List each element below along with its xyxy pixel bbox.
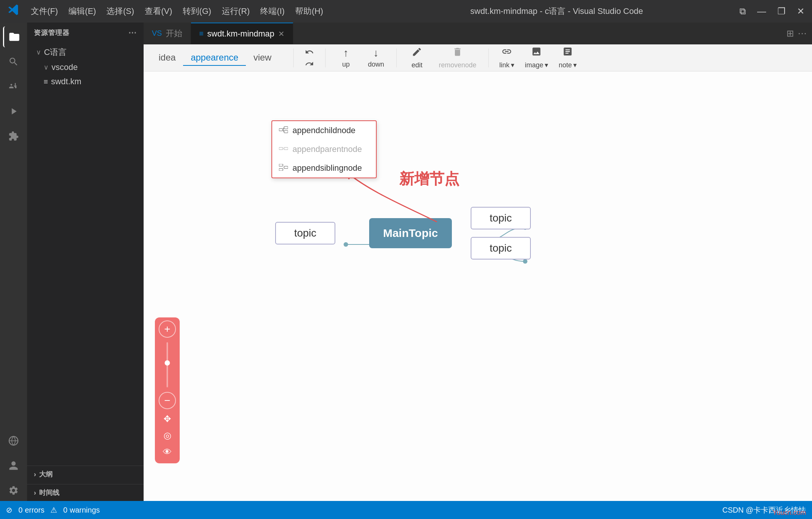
titlebar: 文件(F) 编辑(E) 选择(S) 查看(V) 转到(G) 运行(R) 终端(I… <box>0 0 812 23</box>
tab-close-button[interactable]: ✕ <box>278 29 285 38</box>
minimize-button[interactable]: — <box>757 6 766 17</box>
image-button[interactable]: image ▾ <box>520 44 553 71</box>
chevron-right-icon: ∨ <box>44 63 48 71</box>
image-label: image <box>525 61 543 69</box>
main-layout: 资源管理器 ⋯ ∨ C语言 ∨ vscode ≡ swdt.km › 大纲 <box>0 23 812 501</box>
accounts-activity-icon[interactable] <box>3 455 24 476</box>
dropdown-item-appendparentnode[interactable]: appendparentnode <box>272 140 376 159</box>
up-label: up <box>342 61 350 68</box>
outline-section-title[interactable]: › 大纲 <box>27 466 144 483</box>
tree-item-vscode-label: vscode <box>52 62 78 72</box>
note-label: note <box>559 61 572 69</box>
error-icon: ⊘ <box>6 505 12 514</box>
topic-node-right-top[interactable]: topic <box>471 207 531 229</box>
chevron-right-timeline-icon: › <box>34 489 36 497</box>
status-errors[interactable]: 0 errors <box>18 506 44 514</box>
mindmap-canvas: appendchildnode appendparentnode <box>144 71 812 501</box>
up-button[interactable]: ↑ up <box>331 45 361 71</box>
sidebar-header-icons: ⋯ <box>128 28 137 38</box>
sidebar-section-outline: › 大纲 <box>27 466 144 483</box>
toolbar-divider-2 <box>325 49 326 67</box>
menu-file[interactable]: 文件(F) <box>31 6 58 17</box>
search-activity-icon[interactable] <box>3 51 24 72</box>
topic-node-right-bottom[interactable]: topic <box>471 237 531 260</box>
svg-point-2 <box>344 242 348 247</box>
link-label-row: link ▾ <box>499 61 514 69</box>
sidebar-header: 资源管理器 ⋯ <box>27 23 144 43</box>
image-icon <box>531 46 542 59</box>
zoom-out-button[interactable]: − <box>159 392 176 409</box>
more-tab-actions-icon[interactable]: ⋯ <box>798 28 807 39</box>
sidebar-title: 资源管理器 <box>34 28 70 37</box>
dropdown-item-appendchildnode[interactable]: appendchildnode <box>272 121 376 140</box>
menu-help[interactable]: 帮助(H) <box>295 6 323 17</box>
tab-mindmap[interactable]: ≡ swdt.km-mindmap ✕ <box>191 23 293 44</box>
toolbar-tab-view[interactable]: view <box>246 50 279 66</box>
svg-line-8 <box>283 128 284 130</box>
close-button[interactable]: ✕ <box>797 6 804 17</box>
mindmap-toolbar: idea appearence view ↑ up ↓ <box>144 44 812 71</box>
tree-item-vscode[interactable]: ∨ vscode <box>27 60 144 74</box>
tab-start[interactable]: VS 开始 <box>144 23 191 44</box>
svg-line-9 <box>283 130 284 132</box>
warning-icon: ⚠ <box>50 505 57 514</box>
link-button[interactable]: link ▾ <box>494 44 520 71</box>
menu-goto[interactable]: 转到(G) <box>183 6 211 17</box>
warning-count: 0 <box>63 506 67 514</box>
toolbar-divider-4 <box>488 49 489 67</box>
status-warnings[interactable]: 0 warnings <box>63 506 100 514</box>
appendsiblingnode-label: appendsiblingnode <box>292 163 362 173</box>
layout-icon[interactable]: ⧉ <box>739 6 746 17</box>
appendparentnode-label: appendparentnode <box>292 144 362 154</box>
link-icon <box>501 46 512 59</box>
svg-rect-5 <box>279 129 283 131</box>
down-button[interactable]: ↓ down <box>361 45 391 71</box>
run-activity-icon[interactable] <box>3 101 24 122</box>
menu-edit[interactable]: 编辑(E) <box>68 6 96 17</box>
dropdown-menu: appendchildnode appendparentnode <box>271 120 377 178</box>
tree-item-swdtkm-label: swdt.km <box>51 77 82 86</box>
menu-run[interactable]: 运行(R) <box>222 6 250 17</box>
error-label: errors <box>25 506 44 514</box>
svg-rect-13 <box>279 168 283 171</box>
tree-item-clanguage[interactable]: ∨ C语言 <box>27 44 144 60</box>
toolbar-tab-idea[interactable]: idea <box>151 50 183 66</box>
undo-redo-group <box>299 45 320 71</box>
tab-start-icon: VS <box>152 29 162 38</box>
tab-bar-actions: ⊞ ⋯ <box>781 23 812 44</box>
down-icon: ↓ <box>373 47 379 59</box>
link-label: link <box>499 61 509 69</box>
topic-node-left[interactable]: topic <box>275 222 335 244</box>
zoom-fit-button[interactable]: ◎ <box>161 429 174 442</box>
undo-button[interactable] <box>303 47 316 57</box>
maximize-button[interactable]: ❐ <box>777 6 786 17</box>
tree-item-swdtkm[interactable]: ≡ swdt.km <box>27 74 144 89</box>
settings-activity-icon[interactable] <box>3 480 24 501</box>
zoom-eye-button[interactable]: 👁 <box>161 445 174 459</box>
zoom-move-button[interactable]: ✥ <box>161 412 174 426</box>
menu-select[interactable]: 选择(S) <box>106 6 134 17</box>
menu-view[interactable]: 查看(V) <box>145 6 172 17</box>
image-dropdown-icon: ▾ <box>545 61 548 69</box>
removenode-button[interactable]: removenode <box>432 44 483 71</box>
new-file-icon[interactable]: ⋯ <box>128 28 137 38</box>
extensions-activity-icon[interactable] <box>3 126 24 147</box>
timeline-section-title[interactable]: › 时间线 <box>27 484 144 501</box>
zoom-slider[interactable] <box>167 342 168 387</box>
sidebar: 资源管理器 ⋯ ∨ C语言 ∨ vscode ≡ swdt.km › 大纲 <box>27 23 144 501</box>
topic-right-top-label: topic <box>489 212 512 224</box>
edit-button[interactable]: edit <box>402 44 432 71</box>
tab-mindmap-icon: ≡ <box>199 29 204 38</box>
menu-terminal[interactable]: 终端(I) <box>260 6 285 17</box>
dropdown-item-appendsiblingnode[interactable]: appendsiblingnode <box>272 159 376 178</box>
explorer-activity-icon[interactable] <box>3 26 24 47</box>
chevron-down-icon: ∨ <box>36 48 41 56</box>
redo-button[interactable] <box>303 59 316 69</box>
topic-right-bottom-label: topic <box>489 242 512 254</box>
note-button[interactable]: note ▾ <box>553 44 582 71</box>
split-editor-icon[interactable]: ⊞ <box>786 28 794 39</box>
source-control-activity-icon[interactable] <box>3 76 24 97</box>
toolbar-tab-appearence[interactable]: appearence <box>183 50 246 66</box>
zoom-in-button[interactable]: + <box>159 320 176 338</box>
remote-activity-icon[interactable] <box>3 430 24 451</box>
